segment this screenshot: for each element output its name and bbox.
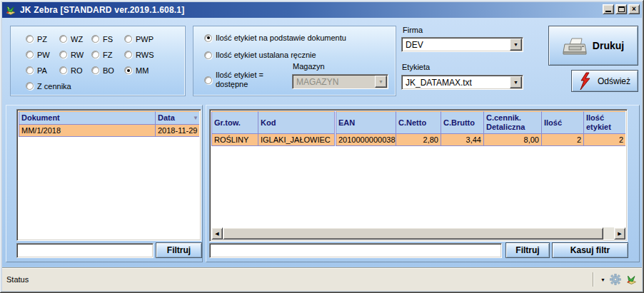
cell-cbrutto[interactable]: 3,44 [441, 134, 484, 146]
statusbar-menu-caret-icon[interactable]: ▼ [600, 277, 605, 282]
doctype-fs[interactable]: FS [91, 35, 124, 43]
doctype-label: MM [136, 66, 149, 75]
qty-manual[interactable]: Ilość etykiet ustalana ręcznie [204, 51, 316, 59]
doctype-mm[interactable]: MM [124, 66, 181, 75]
doctype-rw[interactable]: RW [59, 51, 91, 59]
doctype-label: FS [103, 35, 113, 43]
magazyn-label: Magazyn [293, 62, 325, 71]
doctype-pa[interactable]: PA [26, 66, 59, 75]
app-mini-icon[interactable] [625, 274, 638, 285]
close-button[interactable]: × [628, 4, 640, 14]
close-icon: × [632, 5, 636, 14]
minimize-icon [605, 11, 611, 12]
column-header-kod[interactable]: Kod [258, 112, 336, 134]
refresh-button[interactable]: Odśwież [571, 70, 638, 92]
scroll-right-button[interactable]: ▶ [614, 227, 625, 240]
horizontal-scrollbar[interactable]: ◀ ▶ [211, 227, 625, 240]
cell-grtow[interactable]: ROŚLINY [212, 134, 258, 146]
app-window: JK Zebra [STANDARD ver.2019.1.608.1] × P… [0, 0, 644, 293]
cell-ean[interactable]: 2010000000038 [336, 134, 396, 146]
doctype-rws[interactable]: RWS [124, 51, 181, 59]
radio-icon [26, 51, 34, 58]
column-header-ean[interactable]: EAN [336, 112, 396, 134]
column-header-ccennik[interactable]: C.cennik. Detaliczna [484, 112, 542, 134]
doctype-label: RO [71, 66, 83, 75]
documents-filter-button[interactable]: Filtruj [156, 242, 202, 258]
doctype-label: BO [103, 66, 114, 75]
chevron-down-icon: ▼ [375, 76, 387, 88]
column-header-ilosc[interactable]: Ilość [542, 112, 584, 134]
magazyn-value: MAGAZYN [293, 77, 374, 87]
chevron-down-icon[interactable]: ▼ [510, 76, 522, 88]
doc-types-panel: PZ WZ FS PWP PW RW FZ RWS PA RO BO MM Z … [10, 26, 186, 96]
doctype-pwp[interactable]: PWP [124, 35, 181, 43]
app-icon[interactable] [5, 4, 16, 16]
cell-ilosc-etykiet[interactable]: 2 [584, 134, 626, 146]
maximize-icon [618, 6, 625, 12]
scrollbar-track[interactable] [223, 227, 614, 240]
doctype-label: WZ [71, 35, 83, 43]
status-bar: Status ▼ [2, 267, 642, 291]
cell-kod[interactable]: IGLAKI_JAŁOWIEC [258, 134, 336, 146]
scroll-right-icon: ▶ [618, 231, 621, 237]
client-area: PZ WZ FS PWP PW RW FZ RWS PA RO BO MM Z … [2, 18, 642, 267]
column-header-data[interactable]: Data▼ [156, 112, 200, 125]
doctype-pz[interactable]: PZ [26, 35, 59, 43]
printer-icon [563, 36, 587, 56]
cell-dokument[interactable]: MM/1/2018 [19, 125, 156, 137]
etykieta-label: Etykieta [402, 63, 430, 71]
radio-icon [59, 35, 67, 43]
cell-ilosc[interactable]: 2 [542, 134, 584, 146]
table-header-row: Dokument Data▼ [19, 112, 200, 125]
doctype-label: PW [37, 51, 50, 59]
firma-label: Firma [403, 26, 423, 34]
radio-icon [26, 82, 34, 90]
doctype-label: RWS [136, 51, 154, 59]
qty-available[interactable]: Ilość etykiet = dostępne [204, 71, 263, 89]
qty-by-document[interactable]: Ilość etykiet na podstawie dokumentu [204, 34, 346, 42]
radio-icon [59, 51, 67, 58]
column-header-grtow[interactable]: Gr.tow. [212, 112, 258, 134]
status-text: Status [6, 275, 593, 284]
documents-grid: Dokument Data▼ MM/1/2018 2018-11-29 [16, 109, 201, 241]
doctype-fz[interactable]: FZ [91, 51, 124, 59]
clear-filter-button-label: Kasuj filtr [570, 245, 610, 255]
table-row[interactable]: ROŚLINY IGLAKI_JAŁOWIEC 2010000000038 2,… [212, 134, 626, 146]
etykieta-select[interactable]: JK_DATAMAX.txt ▼ [401, 75, 523, 90]
documents-filter-input[interactable] [16, 243, 154, 258]
items-filter-button[interactable]: Filtruj [505, 242, 550, 258]
scroll-left-button[interactable]: ◀ [211, 227, 223, 240]
column-header-cnetto[interactable]: C.Netto [396, 112, 441, 134]
clear-filter-button[interactable]: Kasuj filtr [552, 242, 628, 258]
column-header-ilosc-etykiet[interactable]: Ilość etykiet [584, 112, 626, 134]
column-header-dokument[interactable]: Dokument [19, 112, 156, 125]
chevron-down-icon[interactable]: ▼ [510, 38, 522, 51]
firma-select[interactable]: DEV ▼ [401, 37, 523, 52]
cell-cnetto[interactable]: 2,80 [396, 134, 441, 146]
qty-option-label: Ilość etykiet = dostępne [216, 71, 263, 89]
window-title: JK Zebra [STANDARD ver.2019.1.608.1] [20, 5, 184, 15]
cell-ccennik[interactable]: 8,00 [484, 134, 542, 146]
doctype-pw[interactable]: PW [26, 51, 59, 59]
minimize-button[interactable] [603, 4, 614, 14]
refresh-button-label: Odśwież [598, 76, 630, 86]
doctype-label: Z cennika [37, 82, 71, 91]
items-filter-input[interactable] [209, 243, 502, 258]
scrollbar-thumb[interactable] [223, 227, 603, 240]
filter-button-label: Filtruj [515, 245, 539, 255]
maximize-button[interactable] [615, 4, 627, 14]
doctype-z-cennika[interactable]: Z cennika [26, 82, 181, 91]
radio-icon [26, 35, 34, 43]
filter-button-label: Filtruj [167, 245, 191, 255]
doctype-ro[interactable]: RO [59, 66, 91, 75]
cell-data[interactable]: 2018-11-29 [156, 125, 200, 137]
gear-icon[interactable] [610, 274, 621, 285]
doctype-bo[interactable]: BO [91, 66, 124, 75]
radio-icon [26, 66, 34, 74]
doctype-wz[interactable]: WZ [59, 35, 91, 43]
qty-option-label: Ilość etykiet ustalana ręcznie [216, 51, 316, 59]
table-row[interactable]: MM/1/2018 2018-11-29 [19, 125, 200, 137]
print-button[interactable]: Drukuj [548, 26, 638, 66]
print-button-label: Drukuj [593, 40, 624, 51]
column-header-cbrutto[interactable]: C.Brutto [441, 112, 484, 134]
